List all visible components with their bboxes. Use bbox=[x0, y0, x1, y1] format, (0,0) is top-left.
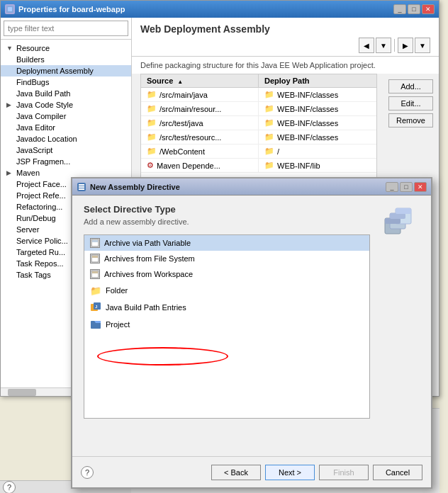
assembly-graphic bbox=[381, 204, 415, 238]
dialog-body: Select Directive Type Add a new assembly… bbox=[72, 196, 431, 427]
next-button[interactable]: Next > bbox=[265, 465, 315, 480]
directive-item-project[interactable]: Project bbox=[84, 316, 369, 333]
title-bar-left: Properties for board-webapp bbox=[5, 4, 125, 14]
directive-label: Archive via Path Variable bbox=[104, 239, 191, 247]
sort-arrow: ▲ bbox=[177, 79, 183, 85]
back-button[interactable]: < Back bbox=[211, 465, 261, 480]
source-column-header[interactable]: Source ▲ bbox=[141, 74, 259, 87]
deploy-column-header[interactable]: Deploy Path bbox=[259, 74, 376, 87]
tree-item-deployment-assembly[interactable]: Deployment Assembly bbox=[1, 65, 131, 76]
filter-box bbox=[1, 18, 131, 40]
minimize-button[interactable]: _ bbox=[393, 4, 406, 14]
dialog-icon bbox=[77, 182, 86, 192]
directive-item-folder[interactable]: 📁 Folder bbox=[84, 282, 369, 299]
scroll-thumb bbox=[8, 389, 36, 396]
toolbar-forward-button[interactable]: ▶ bbox=[398, 38, 413, 53]
deploy-cell: 📁 / bbox=[259, 144, 376, 158]
toolbar-dropdown-button[interactable]: ▼ bbox=[376, 38, 391, 53]
toolbar-forward-dropdown[interactable]: ▼ bbox=[415, 38, 430, 53]
source-cell: 📁 /src/test/java bbox=[141, 116, 259, 130]
tree-item-label: JavaScript bbox=[16, 146, 52, 154]
dialog-minimize-button[interactable]: _ bbox=[386, 182, 398, 192]
archive-fs-icon bbox=[90, 254, 100, 264]
table-row[interactable]: 📁 /src/test/java 📁 WEB-INF/classes bbox=[141, 116, 376, 130]
filter-input[interactable] bbox=[4, 21, 128, 36]
tree-item-label: Project Face... bbox=[16, 180, 67, 188]
tree-item-label: FindBugs bbox=[16, 78, 49, 86]
tree-item-label: Task Tags bbox=[16, 271, 51, 279]
directive-item-archive-path[interactable]: Archive via Path Variable bbox=[84, 235, 369, 251]
main-window-title: Properties for board-webapp bbox=[18, 5, 125, 13]
tree-arrow: ▼ bbox=[6, 45, 13, 52]
folder-icon: 📁 bbox=[264, 132, 274, 142]
svg-rect-9 bbox=[92, 256, 98, 258]
table-row[interactable]: 📁 /src/test/resourc... 📁 WEB-INF/classes bbox=[141, 130, 376, 144]
toolbar-separator bbox=[394, 39, 395, 52]
cancel-button[interactable]: Cancel bbox=[373, 465, 422, 480]
tree-item-jsp-frag[interactable]: JSP Fragmen... bbox=[1, 156, 131, 167]
table-row[interactable]: 📁 /src/main/java 📁 WEB-INF/classes bbox=[141, 88, 376, 102]
tree-item-java-code-style[interactable]: ▶ Java Code Style bbox=[1, 99, 131, 110]
svg-rect-1 bbox=[8, 7, 12, 11]
folder-icon: 📁 bbox=[264, 90, 274, 99]
directive-item-archives-workspace[interactable]: Archives from Workspace bbox=[84, 266, 369, 282]
dialog-close-button[interactable]: ✕ bbox=[414, 182, 427, 192]
dialog-footer: ? < Back Next > Finish Cancel bbox=[72, 456, 431, 487]
new-assembly-dialog: New Assembly Directive _ □ ✕ Select Dire… bbox=[71, 177, 432, 489]
deploy-cell: 📁 WEB-INF/classes bbox=[259, 116, 376, 130]
maximize-button[interactable]: □ bbox=[408, 4, 420, 14]
directive-item-java-build-path[interactable]: J Java Build Path Entries bbox=[84, 299, 369, 316]
table-body: 📁 /src/main/java 📁 WEB-INF/classes 📁 bbox=[141, 88, 376, 173]
svg-rect-5 bbox=[79, 188, 84, 190]
dialog-maximize-button[interactable]: □ bbox=[400, 182, 413, 192]
tree-item-java-compiler[interactable]: Java Compiler bbox=[1, 110, 131, 122]
tree-item-javadoc[interactable]: Javadoc Location bbox=[1, 133, 131, 144]
help-button[interactable]: ? bbox=[3, 481, 16, 494]
folder-icon: 📁 bbox=[147, 104, 157, 113]
remove-button[interactable]: Remove bbox=[388, 113, 433, 128]
toolbar-back-button[interactable]: ◀ bbox=[359, 38, 374, 53]
add-button[interactable]: Add... bbox=[388, 79, 433, 94]
tree-item-label: Targeted Ru... bbox=[16, 248, 65, 256]
tree-item-resource[interactable]: ▼ Resource bbox=[1, 42, 131, 54]
close-button[interactable]: ✕ bbox=[422, 4, 435, 14]
tree-item-label: Java Build Path bbox=[16, 89, 70, 98]
archive-path-icon bbox=[90, 238, 100, 248]
tree-item-java-editor[interactable]: Java Editor bbox=[1, 122, 131, 133]
source-cell: 📁 /src/test/resourc... bbox=[141, 130, 259, 144]
tree-item-label: Project Refe... bbox=[16, 191, 66, 200]
table-row[interactable]: 📁 /src/main/resour... 📁 WEB-INF/classes bbox=[141, 102, 376, 116]
finish-button[interactable]: Finish bbox=[319, 465, 369, 480]
edit-button[interactable]: Edit... bbox=[388, 96, 433, 110]
source-cell: 📁 /src/main/resour... bbox=[141, 102, 259, 115]
tree-item-javascript[interactable]: JavaScript bbox=[1, 144, 131, 156]
folder-icon: 📁 bbox=[264, 118, 274, 128]
tree-item-builders[interactable]: Builders bbox=[1, 54, 131, 65]
tree-item-label: Javadoc Location bbox=[16, 135, 77, 143]
deploy-cell: 📁 WEB-INF/classes bbox=[259, 88, 376, 101]
svg-rect-7 bbox=[92, 240, 98, 242]
table-row[interactable]: 📁 /WebContent 📁 / bbox=[141, 144, 376, 159]
source-cell: ⚙ Maven Depende... bbox=[141, 159, 259, 172]
tree-item-label: Builders bbox=[16, 55, 45, 64]
source-cell: 📁 /src/main/java bbox=[141, 88, 259, 101]
svg-rect-22 bbox=[396, 208, 411, 214]
directive-item-archives-filesystem[interactable]: Archives from File System bbox=[84, 251, 369, 266]
svg-rect-20 bbox=[385, 218, 401, 224]
dialog-heading: Select Directive Type bbox=[84, 204, 370, 215]
svg-rect-4 bbox=[79, 184, 84, 186]
source-cell: 📁 /WebContent bbox=[141, 144, 259, 158]
tree-item-label: Task Repos... bbox=[16, 259, 64, 268]
folder-icon: 📁 bbox=[264, 161, 274, 170]
tree-item-label: Deployment Assembly bbox=[16, 67, 94, 75]
table-row[interactable]: ⚙ Maven Depende... 📁 WEB-INF/lib bbox=[141, 159, 376, 173]
folder-icon: 📁 bbox=[264, 147, 274, 156]
tree-item-java-build-path[interactable]: Java Build Path bbox=[1, 88, 131, 99]
java-build-path-icon: J bbox=[90, 302, 101, 313]
right-header: Web Deployment Assembly ◀ ▼ ▶ ▼ bbox=[132, 18, 439, 57]
dialog-help-button[interactable]: ? bbox=[81, 466, 94, 479]
tree-item-findbugs[interactable]: FindBugs bbox=[1, 76, 131, 88]
tree-item-label: Resource bbox=[16, 44, 50, 52]
folder-icon: 📁 bbox=[147, 132, 157, 142]
dialog-main-area: Select Directive Type Add a new assembly… bbox=[84, 204, 420, 419]
